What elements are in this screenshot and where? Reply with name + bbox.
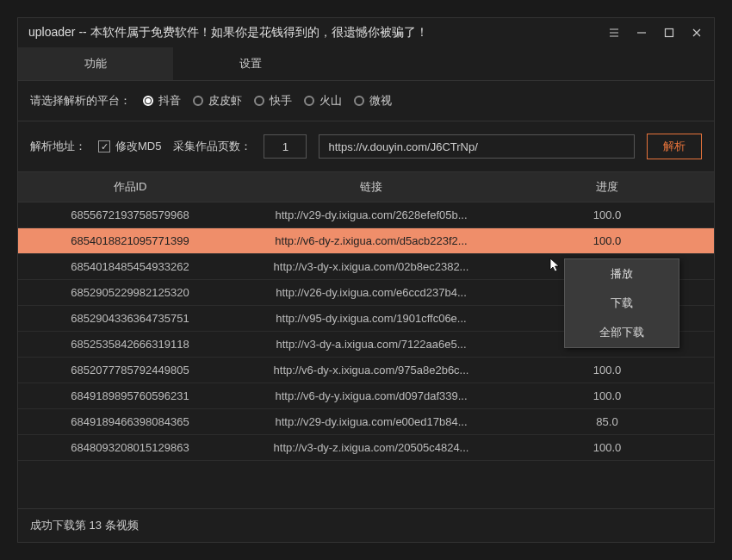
col-header-progress[interactable]: 进度 [500, 172, 714, 202]
cell-id: 6852904336364735751 [18, 306, 242, 331]
cell-progress: 100.0 [500, 383, 714, 408]
status-bar: 成功下载第 13 条视频 [18, 508, 714, 542]
close-button[interactable] [690, 26, 704, 40]
tab-bar: 功能 设置 [18, 47, 714, 81]
cell-link: http://v95-dy.ixigua.com/1901cffc06e... [242, 306, 500, 331]
cell-id: 6852077785792449805 [18, 358, 242, 383]
radio-douyin[interactable]: 抖音 [143, 93, 181, 109]
platform-row: 请选择解析的平台： 抖音 皮皮虾 快手 火山 微视 [18, 81, 714, 121]
cell-link: http://v3-dy-a.ixigua.com/7122aa6e5... [242, 332, 500, 357]
md5-checkbox[interactable]: ✓ 修改MD5 [98, 139, 161, 154]
cell-link: http://v29-dy.ixigua.com/2628efef05b... [242, 202, 500, 227]
cell-id: 6855672193758579968 [18, 202, 242, 227]
context-menu: 播放 下载 全部下载 [564, 258, 679, 348]
cell-id: 6848093208015129863 [18, 435, 242, 460]
svg-rect-0 [666, 29, 673, 37]
minimize-button[interactable] [635, 26, 648, 40]
platform-label: 请选择解析的平台： [30, 93, 131, 109]
table-row[interactable]: 6848093208015129863http://v3-dy-z.ixigua… [18, 435, 714, 461]
address-label: 解析地址： [30, 139, 86, 154]
col-header-id[interactable]: 作品ID [18, 172, 242, 202]
cell-progress: 100.0 [500, 358, 714, 383]
pages-label: 采集作品页数： [173, 139, 251, 154]
maximize-button[interactable] [662, 26, 676, 40]
radio-kuaishou[interactable]: 快手 [254, 93, 292, 109]
cell-link: http://v6-dy-z.ixigua.com/d5acb223f2... [242, 228, 500, 253]
tab-settings[interactable]: 设置 [173, 47, 328, 80]
titlebar: uploader -- 本软件属于免费软件！如果你是花钱得到的，很遗憾你被骗了！ [18, 18, 714, 47]
table-row[interactable]: 6855672193758579968http://v29-dy.ixigua.… [18, 202, 714, 228]
cell-id: 6849189895760596231 [18, 383, 242, 408]
cell-id: 6852535842666319118 [18, 332, 242, 357]
table-row[interactable]: 6849189466398084365http://v29-dy.ixigua.… [18, 409, 714, 435]
col-header-link[interactable]: 链接 [242, 172, 500, 202]
table-row[interactable]: 6849189895760596231http://v6-dy-y.ixigua… [18, 383, 714, 409]
cell-progress: 85.0 [500, 409, 714, 434]
radio-huoshan[interactable]: 火山 [304, 93, 342, 109]
cell-progress: 100.0 [500, 202, 714, 227]
cell-link: http://v3-dy-x.ixigua.com/02b8ec2382... [242, 254, 500, 279]
url-input[interactable] [319, 134, 635, 159]
cell-progress: 100.0 [500, 228, 714, 253]
menu-item-play[interactable]: 播放 [565, 259, 679, 289]
menu-icon[interactable] [607, 26, 621, 40]
cell-id: 6854018485454933262 [18, 254, 242, 279]
parse-row: 解析地址： ✓ 修改MD5 采集作品页数： 解析 [18, 121, 714, 172]
table-row[interactable]: 6854018821095771399http://v6-dy-z.ixigua… [18, 228, 714, 254]
cell-progress: 100.0 [500, 435, 714, 460]
cell-id: 6854018821095771399 [18, 228, 242, 253]
cell-id: 6849189466398084365 [18, 409, 242, 434]
cell-link: http://v3-dy-z.ixigua.com/20505c4824... [242, 435, 500, 460]
radio-weishi[interactable]: 微视 [354, 93, 392, 109]
cell-link: http://v29-dy.ixigua.com/e00ed17b84... [242, 409, 500, 434]
tab-function[interactable]: 功能 [18, 47, 173, 80]
cell-id: 6852905229982125320 [18, 280, 242, 305]
menu-item-download[interactable]: 下载 [565, 289, 679, 318]
window-title: uploader -- 本软件属于免费软件！如果你是花钱得到的，很遗憾你被骗了！ [28, 25, 607, 40]
table-row[interactable]: 6852077785792449805http://v6-dy-x.ixigua… [18, 358, 714, 383]
menu-item-download-all[interactable]: 全部下载 [565, 318, 679, 347]
cell-link: http://v6-dy-x.ixigua.com/975a8e2b6c... [242, 358, 500, 383]
radio-pipixia[interactable]: 皮皮虾 [193, 93, 242, 109]
cell-link: http://v26-dy.ixigua.com/e6ccd237b4... [242, 280, 500, 305]
pages-input[interactable] [264, 134, 307, 159]
cell-link: http://v6-dy-y.ixigua.com/d097daf339... [242, 383, 500, 408]
parse-button[interactable]: 解析 [647, 134, 702, 159]
